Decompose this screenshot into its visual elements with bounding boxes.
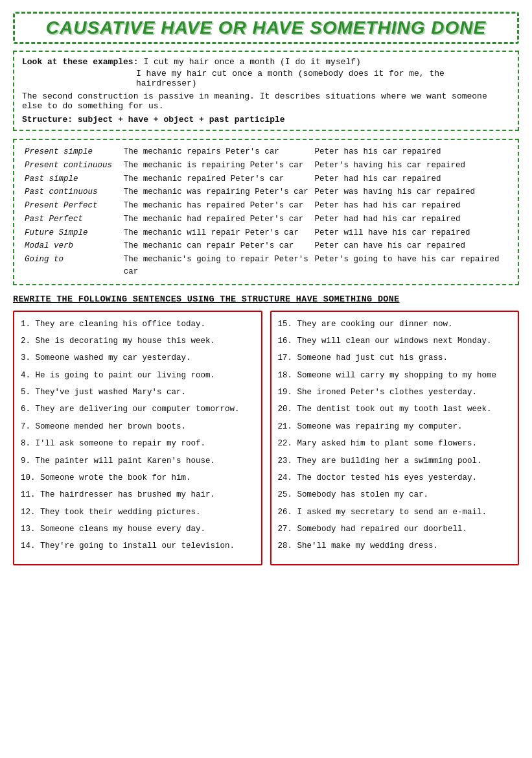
- tense-row: Future Simple The mechanic will repair P…: [22, 226, 510, 240]
- exercise-item: 27. Somebody had repaired our doorbell.: [278, 523, 512, 536]
- tense-name: Present simple: [22, 145, 121, 159]
- intro-description: The second construction is passive in me…: [22, 91, 510, 111]
- tense-causative: Peter's having his car repaired: [312, 159, 510, 172]
- exercise-item: 10. Someone wrote the book for him.: [21, 472, 255, 484]
- tense-causative: Peter will have his car repaired: [312, 226, 510, 240]
- exercise-item: 9. The painter will paint Karen's house.: [21, 455, 255, 468]
- tense-causative: Peter had had his car repaired: [312, 213, 510, 226]
- tense-row: Past continuous The mechanic was repairi…: [22, 185, 510, 199]
- tense-name: Future Simple: [22, 226, 121, 240]
- rewrite-header: REWRITE THE FOLLOWING SENTENCES USING TH…: [13, 294, 519, 304]
- exercise-item: 26. I asked my secretary to send an e-ma…: [278, 506, 512, 519]
- right-exercise-col: 15. They are cooking our dinner now.16. …: [270, 311, 520, 565]
- intro-box: Look at these examples: I cut my hair on…: [13, 51, 519, 131]
- tense-box: Present simple The mechanic repairs Pete…: [13, 139, 519, 285]
- exercise-item: 11. The hairdresser has brushed my hair.: [21, 489, 255, 501]
- intro-label: Look at these examples:: [22, 57, 138, 67]
- intro-example2: I have my hair cut once a month (somebod…: [136, 69, 510, 88]
- tense-active: The mechanic will repair Peter's car: [121, 226, 312, 240]
- tense-name: Present Perfect: [22, 199, 121, 213]
- exercise-item: 20. The dentist took out my tooth last w…: [278, 403, 512, 416]
- tense-causative: Peter can have his car repaired: [312, 239, 510, 253]
- tense-active: The mechanic had repaired Peter's car: [121, 213, 312, 226]
- tense-active: The mechanic's going to repair Peter's c…: [121, 253, 312, 279]
- exercise-item: 4. He is going to paint our living room.: [21, 370, 255, 382]
- left-exercise-col: 1. They are cleaning his office today.2.…: [13, 311, 262, 565]
- intro-example1: I cut my hair once a month (I do it myse…: [143, 57, 360, 67]
- tense-row: Past Perfect The mechanic had repaired P…: [22, 213, 510, 226]
- tense-active: The mechanic repaired Peter's car: [121, 172, 312, 186]
- exercise-item: 18. Someone will carry my shopping to my…: [278, 370, 512, 382]
- exercise-item: 2. She is decorating my house this week.: [21, 335, 255, 348]
- exercise-item: 23. They are building her a swimming poo…: [278, 455, 512, 468]
- tense-name: Going to: [22, 253, 121, 279]
- tense-row: Going to The mechanic's going to repair …: [22, 253, 510, 279]
- tense-row: Present continuous The mechanic is repai…: [22, 159, 510, 172]
- tense-name: Past continuous: [22, 185, 121, 199]
- exercise-item: 16. They will clean our windows next Mon…: [278, 335, 512, 348]
- tense-row: Modal verb The mechanic can repair Peter…: [22, 239, 510, 253]
- tense-active: The mechanic has repaired Peter's car: [121, 199, 312, 213]
- exercise-item: 5. They've just washed Mary's car.: [21, 386, 255, 399]
- tense-active: The mechanic is repairing Peter's car: [121, 159, 312, 172]
- exercise-item: 25. Somebody has stolen my car.: [278, 489, 512, 501]
- tense-row: Past simple The mechanic repaired Peter'…: [22, 172, 510, 186]
- exercise-item: 24. The doctor tested his eyes yesterday…: [278, 472, 512, 484]
- tense-name: Past simple: [22, 172, 121, 186]
- exercise-item: 14. They're going to install our televis…: [21, 540, 255, 552]
- tense-name: Modal verb: [22, 239, 121, 253]
- tense-causative: Peter's going to have his car repaired: [312, 253, 510, 279]
- exercises-container: 1. They are cleaning his office today.2.…: [13, 311, 519, 565]
- tense-causative: Peter has had his car repaired: [312, 199, 510, 213]
- tense-name: Past Perfect: [22, 213, 121, 226]
- exercise-item: 22. Mary asked him to plant some flowers…: [278, 438, 512, 450]
- tense-causative: Peter had his car repaired: [312, 172, 510, 186]
- exercise-item: 8. I'll ask someone to repair my roof.: [21, 438, 255, 450]
- intro-structure: Structure: subject + have + object + pas…: [22, 115, 510, 124]
- exercise-item: 19. She ironed Peter's clothes yesterday…: [278, 386, 512, 399]
- tense-causative: Peter has his car repaired: [312, 145, 510, 159]
- tense-row: Present simple The mechanic repairs Pete…: [22, 145, 510, 159]
- tense-active: The mechanic repairs Peter's car: [121, 145, 312, 159]
- exercise-item: 12. They took their wedding pictures.: [21, 506, 255, 519]
- exercise-item: 7. Someone mended her brown boots.: [21, 421, 255, 433]
- tense-causative: Peter was having his car repaired: [312, 185, 510, 199]
- exercise-item: 1. They are cleaning his office today.: [21, 318, 255, 331]
- exercise-item: 21. Someone was repairing my computer.: [278, 421, 512, 433]
- exercise-item: 6. They are delivering our computer tomo…: [21, 403, 255, 416]
- exercise-item: 28. She'll make my wedding dress.: [278, 540, 512, 552]
- exercise-item: 15. They are cooking our dinner now.: [278, 318, 512, 331]
- tense-active: The mechanic was repairing Peter's car: [121, 185, 312, 199]
- intro-row-1: Look at these examples: I cut my hair on…: [22, 57, 510, 67]
- exercise-item: 13. Someone cleans my house every day.: [21, 523, 255, 536]
- tense-name: Present continuous: [22, 159, 121, 172]
- title-box: CAUSATIVE HAVE OR HAVE SOMETHING DONE: [13, 12, 519, 44]
- exercise-item: 3. Someone washed my car yesterday.: [21, 352, 255, 364]
- tense-row: Present Perfect The mechanic has repaire…: [22, 199, 510, 213]
- tense-active: The mechanic can repair Peter's car: [121, 239, 312, 253]
- intro-row-2: I have my hair cut once a month (somebod…: [22, 69, 510, 88]
- page-title: CAUSATIVE HAVE OR HAVE SOMETHING DONE: [46, 18, 487, 38]
- tense-table: Present simple The mechanic repairs Pete…: [22, 145, 510, 279]
- exercise-item: 17. Someone had just cut his grass.: [278, 352, 512, 364]
